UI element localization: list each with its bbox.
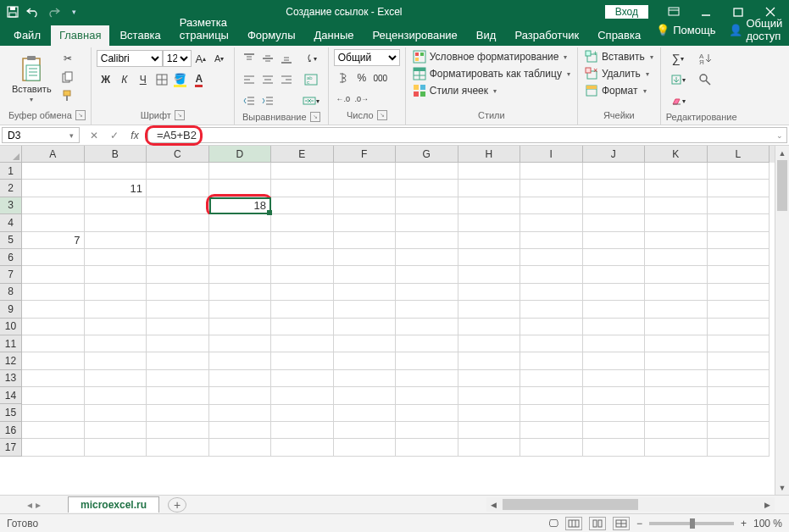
col-header-L[interactable]: L — [708, 146, 770, 163]
cell-L5[interactable] — [708, 232, 770, 249]
cell-B12[interactable] — [85, 352, 147, 369]
cell-F14[interactable] — [334, 387, 397, 404]
zoom-thumb[interactable] — [690, 518, 695, 529]
cell-D2[interactable] — [209, 180, 272, 197]
paste-button[interactable]: Вставить ▾ — [8, 49, 55, 108]
horizontal-scrollbar[interactable]: ◀ ▶ — [486, 497, 775, 512]
cell-H2[interactable] — [458, 180, 521, 197]
cell-A6[interactable] — [22, 249, 85, 266]
cell-I1[interactable] — [520, 163, 583, 180]
cell-C3[interactable] — [147, 197, 209, 214]
tab-home[interactable]: Главная — [51, 25, 109, 46]
increase-decimal-icon[interactable]: ←.0 — [334, 90, 353, 108]
cell-G6[interactable] — [396, 249, 458, 266]
cell-I15[interactable] — [520, 405, 583, 422]
cell-H13[interactable] — [458, 370, 521, 387]
cell-G3[interactable] — [396, 197, 458, 214]
col-header-E[interactable]: E — [271, 146, 334, 163]
cell-L17[interactable] — [708, 439, 770, 456]
decrease-indent-icon[interactable] — [240, 91, 258, 110]
page-layout-view-icon[interactable] — [589, 517, 606, 530]
align-middle-icon[interactable] — [258, 49, 277, 68]
conditional-formatting-button[interactable]: Условное форматирование▾ — [411, 49, 572, 64]
enter-formula-icon[interactable]: ✓ — [105, 127, 124, 144]
cell-I3[interactable] — [520, 197, 583, 214]
cell-G17[interactable] — [396, 439, 458, 456]
cell-H16[interactable] — [458, 422, 521, 439]
cell-D10[interactable] — [209, 319, 272, 335]
cell-C16[interactable] — [147, 422, 209, 439]
cell-E13[interactable] — [271, 370, 334, 387]
row-header-8[interactable]: 8 — [0, 284, 22, 301]
row-header-4[interactable]: 4 — [0, 214, 22, 231]
col-header-B[interactable]: B — [85, 146, 147, 163]
cell-F1[interactable] — [334, 163, 397, 180]
cell-K9[interactable] — [645, 301, 708, 318]
cell-G16[interactable] — [396, 422, 458, 439]
cell-K4[interactable] — [645, 214, 708, 231]
cell-F4[interactable] — [334, 214, 397, 231]
cell-G7[interactable] — [396, 266, 458, 283]
cell-A17[interactable] — [22, 439, 85, 456]
cell-G9[interactable] — [396, 301, 458, 318]
cell-C17[interactable] — [147, 439, 209, 456]
cell-F13[interactable] — [334, 370, 397, 387]
qat-customize-icon[interactable]: ▾ — [64, 3, 83, 21]
decrease-font-icon[interactable]: A▾ — [210, 49, 229, 68]
cell-J4[interactable] — [583, 214, 646, 231]
increase-font-icon[interactable]: A▴ — [192, 49, 210, 68]
format-cells-button[interactable]: Формат▾ — [583, 83, 655, 98]
cell-E9[interactable] — [271, 301, 334, 318]
cell-I10[interactable] — [520, 319, 583, 335]
fill-color-icon[interactable]: 🪣 — [171, 70, 190, 89]
cell-C13[interactable] — [147, 370, 209, 387]
cell-I11[interactable] — [520, 335, 583, 352]
col-header-J[interactable]: J — [583, 146, 646, 163]
cell-D3[interactable]: 18 — [209, 197, 272, 214]
cell-H8[interactable] — [458, 284, 521, 301]
cell-F8[interactable] — [334, 284, 397, 301]
cell-D4[interactable] — [209, 214, 272, 231]
cell-H1[interactable] — [458, 163, 521, 180]
cell-C11[interactable] — [147, 335, 209, 352]
col-header-A[interactable]: A — [22, 146, 85, 163]
cell-L12[interactable] — [708, 352, 770, 369]
cell-K1[interactable] — [645, 163, 708, 180]
cell-B4[interactable] — [85, 214, 147, 231]
cut-icon[interactable]: ✂ — [58, 49, 77, 68]
copy-icon[interactable] — [58, 68, 77, 86]
cell-L11[interactable] — [708, 335, 770, 352]
insert-function-icon[interactable]: fx — [125, 127, 144, 144]
cell-D17[interactable] — [209, 439, 272, 456]
scroll-up-icon[interactable]: ▲ — [775, 146, 789, 160]
cell-H17[interactable] — [458, 439, 521, 456]
cell-K17[interactable] — [645, 439, 708, 456]
cell-J13[interactable] — [583, 370, 646, 387]
cell-A1[interactable] — [22, 163, 85, 180]
cell-C7[interactable] — [147, 266, 209, 283]
row-header-2[interactable]: 2 — [0, 180, 22, 197]
cell-I17[interactable] — [520, 439, 583, 456]
cell-B15[interactable] — [85, 405, 147, 422]
font-size-select[interactable]: 12 — [163, 50, 192, 67]
cell-H15[interactable] — [458, 405, 521, 422]
cell-G2[interactable] — [396, 180, 458, 197]
cell-C5[interactable] — [147, 232, 209, 249]
orientation-icon[interactable]: ⤹▾ — [299, 49, 323, 68]
cell-H7[interactable] — [458, 266, 521, 283]
decrease-decimal-icon[interactable]: .0→ — [353, 90, 371, 108]
wrap-text-icon[interactable]: abc — [299, 70, 323, 89]
cell-D11[interactable] — [209, 335, 272, 352]
cell-B2[interactable]: 11 — [85, 180, 147, 197]
fill-icon[interactable]: ▾ — [666, 70, 690, 89]
cell-E4[interactable] — [271, 214, 334, 231]
cell-A12[interactable] — [22, 352, 85, 369]
tab-insert[interactable]: Вставка — [111, 25, 169, 46]
cell-F7[interactable] — [334, 266, 397, 283]
cell-D5[interactable] — [209, 232, 272, 249]
insert-cells-button[interactable]: +Вставить▾ — [583, 49, 655, 64]
cell-D6[interactable] — [209, 249, 272, 266]
cell-A11[interactable] — [22, 335, 85, 352]
cell-A13[interactable] — [22, 370, 85, 387]
cell-E8[interactable] — [271, 284, 334, 301]
